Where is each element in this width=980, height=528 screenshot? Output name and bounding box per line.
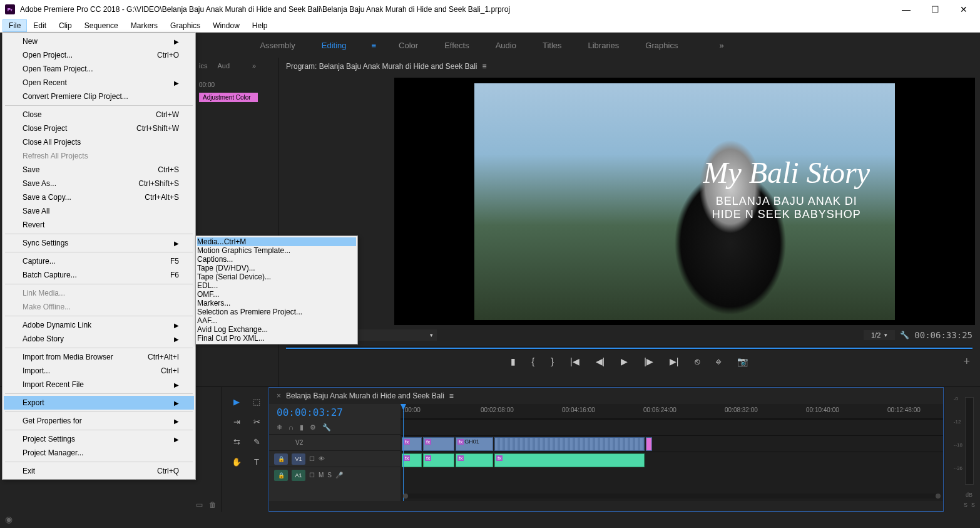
- file-menu-item[interactable]: Import...Ctrl+I: [4, 364, 194, 378]
- go-to-in-icon[interactable]: |◀: [570, 356, 579, 366]
- marker-add-icon[interactable]: ▮: [300, 423, 304, 432]
- add-marker-icon[interactable]: ▮: [511, 356, 516, 366]
- track-a1-lock-icon[interactable]: 🔒: [274, 470, 288, 481]
- mic-icon[interactable]: 🎤: [335, 472, 343, 479]
- extract-icon[interactable]: ⎆: [716, 356, 721, 366]
- audio-clip[interactable]: fx: [402, 453, 422, 467]
- wrench-icon[interactable]: 🔧: [322, 423, 331, 432]
- track-v1-toggle[interactable]: V1: [292, 453, 305, 465]
- close-button[interactable]: ✕: [955, 4, 972, 14]
- workspace-libraries[interactable]: Libraries: [584, 38, 623, 53]
- track-v1-clips[interactable]: fx fx fxGH01: [401, 435, 943, 452]
- file-menu-item[interactable]: ExitCtrl+Q: [4, 464, 194, 478]
- menu-clip[interactable]: Clip: [53, 19, 78, 32]
- file-menu-item[interactable]: Close ProjectCtrl+Shift+W: [4, 122, 194, 135]
- minimize-button[interactable]: —: [897, 4, 915, 14]
- timeline-playhead[interactable]: [403, 404, 404, 501]
- video-clip[interactable]: [646, 437, 652, 451]
- workspace-color[interactable]: Color: [395, 38, 422, 53]
- file-menu-item[interactable]: Get Properties for▶: [4, 414, 194, 428]
- menu-file[interactable]: File: [3, 19, 27, 32]
- selection-tool-icon[interactable]: ▶: [230, 395, 243, 408]
- video-clip[interactable]: fx: [423, 437, 454, 451]
- creative-cloud-icon[interactable]: ◉: [5, 514, 13, 524]
- adjustment-color-clip[interactable]: Adjustment Color: [199, 93, 258, 102]
- maximize-button[interactable]: ☐: [926, 4, 944, 14]
- export-menu-item[interactable]: AAF...: [197, 316, 356, 325]
- file-menu-item[interactable]: Save All: [4, 204, 194, 218]
- timeline-ruler[interactable]: :00:00 00:02:08:00 00:04:16:00 00:06:24:…: [401, 404, 943, 419]
- workspace-effects[interactable]: Effects: [441, 38, 473, 53]
- file-menu-item[interactable]: Open Project...Ctrl+O: [4, 48, 194, 62]
- video-clip[interactable]: fxGH01: [456, 437, 493, 451]
- menu-help[interactable]: Help: [246, 19, 274, 32]
- file-menu-item[interactable]: Project Settings▶: [4, 432, 194, 446]
- file-menu-item[interactable]: New▶: [4, 34, 194, 48]
- source-tab-aud[interactable]: Aud: [217, 62, 230, 70]
- export-menu-item[interactable]: OMF...: [197, 290, 356, 299]
- export-menu-item[interactable]: Avid Log Exchange...: [197, 325, 356, 334]
- go-to-out-icon[interactable]: ▶|: [670, 356, 679, 366]
- track-v1[interactable]: 🔒 V1 ☐👁: [269, 450, 401, 467]
- mark-out-icon[interactable]: }: [551, 356, 554, 366]
- menu-graphics[interactable]: Graphics: [164, 19, 207, 32]
- export-frame-icon[interactable]: 📷: [737, 356, 748, 366]
- trash-icon[interactable]: 🗑: [209, 500, 217, 509]
- audio-clip[interactable]: fx: [456, 453, 493, 467]
- timeline-timecode[interactable]: 00:00:03:27: [269, 404, 401, 421]
- timeline-sequence-title[interactable]: Belanja Baju Anak Murah di Hide and Seek…: [286, 391, 444, 400]
- file-menu-item[interactable]: Capture...F5: [4, 254, 194, 268]
- solo-button-l[interactable]: S: [964, 502, 967, 508]
- settings-wrench-icon[interactable]: 🔧: [900, 331, 909, 339]
- settings-icon[interactable]: ⚙: [310, 423, 316, 432]
- slip-tool-icon[interactable]: ⇆: [230, 435, 243, 448]
- zoom-dropdown[interactable]: 1/2▾: [864, 330, 895, 340]
- workspace-overflow-icon[interactable]: »: [719, 41, 723, 50]
- file-menu-item[interactable]: Close All Projects: [4, 135, 194, 149]
- workspace-audio[interactable]: Audio: [492, 38, 520, 53]
- export-menu-item[interactable]: EDL...: [197, 281, 356, 290]
- workspace-titles[interactable]: Titles: [539, 38, 566, 53]
- type-tool-icon[interactable]: T: [250, 455, 263, 468]
- workspace-menu-icon[interactable]: ≡: [371, 41, 376, 50]
- menu-window[interactable]: Window: [207, 19, 246, 32]
- solo-button-r[interactable]: S: [971, 502, 975, 508]
- file-menu-item[interactable]: Save As...Ctrl+Shift+S: [4, 177, 194, 190]
- new-bin-icon[interactable]: ▭: [196, 500, 203, 509]
- file-menu-item[interactable]: Open Team Project...: [4, 62, 194, 76]
- pen-tool-icon[interactable]: ✎: [250, 435, 263, 448]
- source-overflow-icon[interactable]: »: [252, 62, 256, 70]
- workspace-graphics[interactable]: Graphics: [641, 38, 681, 53]
- file-menu-item[interactable]: Batch Capture...F6: [4, 268, 194, 282]
- file-menu-item[interactable]: Adobe Dynamic Link▶: [4, 318, 194, 332]
- eye-icon[interactable]: 👁: [319, 455, 325, 462]
- play-icon[interactable]: ▶: [621, 356, 628, 366]
- lift-icon[interactable]: ⎋: [695, 356, 700, 366]
- razor-tool-icon[interactable]: ✂: [250, 415, 263, 428]
- ripple-edit-tool-icon[interactable]: ⇥: [230, 415, 243, 428]
- linked-selection-icon[interactable]: ∩: [288, 423, 293, 432]
- export-menu-item[interactable]: Final Cut Pro XML...: [197, 334, 356, 343]
- track-v2[interactable]: V2: [269, 434, 401, 450]
- workspace-assembly[interactable]: Assembly: [256, 38, 299, 53]
- file-menu-item[interactable]: Import from Media BrowserCtrl+Alt+I: [4, 350, 194, 364]
- track-a1-toggle[interactable]: A1: [292, 470, 305, 481]
- file-menu-item[interactable]: Convert Premiere Clip Project...: [4, 90, 194, 103]
- mark-in-icon[interactable]: {: [532, 356, 535, 366]
- file-menu-item[interactable]: CloseCtrl+W: [4, 108, 194, 122]
- snap-icon[interactable]: ❄: [277, 423, 282, 432]
- menu-sequence[interactable]: Sequence: [78, 19, 125, 32]
- file-menu-item[interactable]: Adobe Story▶: [4, 332, 194, 346]
- step-back-icon[interactable]: ◀|: [596, 356, 605, 366]
- file-menu-item[interactable]: Import Recent File▶: [4, 378, 194, 391]
- track-v2-clips[interactable]: [401, 419, 943, 435]
- source-tab-ics[interactable]: ics: [199, 62, 207, 70]
- menu-markers[interactable]: Markers: [125, 19, 164, 32]
- file-menu-item[interactable]: Open Recent▶: [4, 76, 194, 90]
- timeline-panel-menu-icon[interactable]: ≡: [449, 391, 454, 400]
- button-editor-icon[interactable]: +: [963, 355, 970, 368]
- resolution-dropdown[interactable]: ▾: [349, 329, 437, 341]
- export-menu-item[interactable]: Media...Ctrl+M: [197, 237, 356, 246]
- audio-clip[interactable]: fx: [423, 453, 454, 467]
- file-menu-item[interactable]: Save a Copy...Ctrl+Alt+S: [4, 190, 194, 204]
